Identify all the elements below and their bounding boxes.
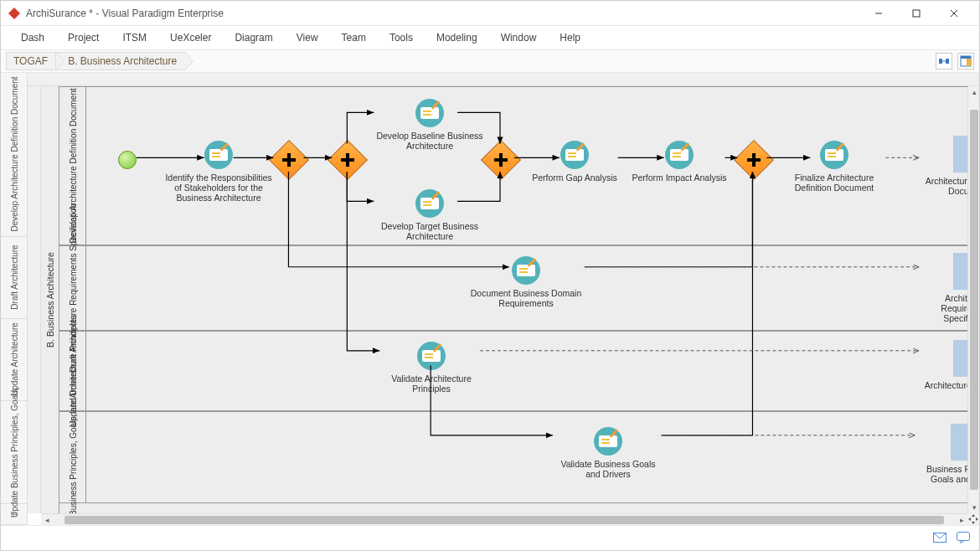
task-validate-goals[interactable]: Validate Business Goals and Drivers — [554, 427, 663, 479]
svg-rect-2 — [913, 10, 920, 17]
lane-develop[interactable]: Develop Architecture Definition Document… — [59, 86, 967, 245]
vscroll-thumb[interactable] — [970, 110, 978, 490]
menu-tools[interactable]: Tools — [378, 28, 425, 47]
task-finalize-doc[interactable]: Finalize Architecture Definition Documen… — [780, 141, 889, 193]
task-gap-analysis[interactable]: Perform Gap Analysis — [529, 141, 621, 183]
scroll-down-button[interactable]: ▾ — [968, 502, 979, 513]
horizontal-scrollbar[interactable]: ◂ ▸ — [41, 513, 967, 525]
window-title: ArchiSurance * - Visual Paradigm Enterpr… — [26, 8, 224, 19]
statusbar — [1, 525, 979, 548]
scroll-left-button[interactable]: ◂ — [41, 514, 53, 526]
menu-view[interactable]: View — [285, 28, 330, 47]
titlebar: ArchiSurance * - Visual Paradigm Enterpr… — [1, 1, 979, 26]
lane-update-business[interactable]: Update Business Principles, Goals, and D… — [59, 411, 967, 503]
task-develop-baseline[interactable]: Develop Baseline Business Architecture — [375, 99, 484, 151]
canvas-wrap: B. Business Architecture Develop Archite… — [28, 73, 979, 525]
artifact-arch-principles[interactable]: Architecture Principles — [922, 340, 967, 390]
start-event[interactable] — [118, 151, 137, 169]
vtab-more[interactable]: f — [1, 504, 27, 525]
lane-draft[interactable]: Draft Architecture Requirements Specific… — [59, 245, 967, 331]
ruler-vertical — [28, 86, 41, 513]
app-icon — [8, 7, 21, 20]
crumb-business-architecture[interactable]: B. Business Architecture — [55, 52, 186, 70]
svg-rect-6 — [946, 59, 949, 64]
vtab-draft[interactable]: Draft Architecture — [1, 237, 27, 319]
menu-team[interactable]: Team — [330, 28, 378, 47]
svg-rect-9 — [961, 56, 971, 59]
ruler-horizontal — [28, 73, 979, 86]
svg-rect-5 — [939, 59, 942, 64]
vertical-scrollbar[interactable]: ▴ ▾ — [967, 86, 979, 513]
menu-diagram[interactable]: Diagram — [223, 28, 284, 47]
svg-rect-23 — [957, 532, 970, 540]
menu-dash[interactable]: Dash — [9, 28, 56, 47]
task-validate-principles[interactable]: Validate Architecture Principles — [381, 342, 482, 394]
workarea: Develop Architecture Definition Document… — [1, 73, 979, 525]
task-identify-stakeholders[interactable]: Identify the Responsibilities of Stakeho… — [164, 141, 273, 203]
vtab-develop[interactable]: Develop Architecture Definition Document — [1, 73, 27, 237]
diagram-canvas[interactable]: B. Business Architecture Develop Archite… — [41, 86, 967, 513]
svg-marker-0 — [8, 8, 20, 19]
vtab-update-business[interactable]: Update Business Principles, Goals, — [1, 401, 27, 504]
mail-icon[interactable] — [932, 530, 947, 545]
task-develop-target[interactable]: Develop Target Business Architecture — [375, 189, 484, 241]
menubar: Dash Project ITSM UeXceler Diagram View … — [1, 26, 979, 49]
menu-help[interactable]: Help — [548, 28, 592, 47]
task-impact-analysis[interactable]: Perform Impact Analysis — [629, 141, 730, 183]
gateway-split-2[interactable] — [333, 146, 362, 174]
task-document-requirements[interactable]: Document Business Domain Requirements — [467, 256, 585, 308]
pool-header[interactable]: B. Business Architecture — [41, 86, 59, 513]
gateway-join-2[interactable] — [740, 146, 768, 174]
menu-modeling[interactable]: Modeling — [425, 28, 489, 47]
scroll-right-button[interactable]: ▸ — [956, 514, 967, 526]
artifact-business-principles[interactable]: Business Principles, Goals and Drivers — [916, 424, 967, 484]
crumb-togaf[interactable]: TOGAF — [6, 52, 57, 70]
layout-tool-icon[interactable] — [936, 53, 952, 70]
artifact-arch-definition-doc[interactable]: Architecture Definition Document — [922, 136, 967, 196]
hscroll-thumb[interactable] — [64, 516, 944, 524]
menu-itsm[interactable]: ITSM — [111, 28, 158, 47]
pool-title: B. Business Architecture — [45, 252, 55, 348]
lane-update-principles[interactable]: Update Architecture Principles Validate … — [59, 331, 967, 411]
lane-update-business-header: Update Business Principles, Goals, and D… — [59, 412, 86, 502]
pan-handle-icon[interactable] — [967, 513, 979, 525]
panel-tool-icon[interactable] — [957, 53, 974, 70]
artifact-arch-req-spec[interactable]: Architecture Requirements Specification — [922, 253, 967, 323]
chat-icon[interactable] — [956, 530, 971, 545]
breadcrumb: TOGAF B. Business Architecture — [1, 49, 979, 73]
menu-project[interactable]: Project — [56, 28, 111, 47]
gateway-join-1[interactable] — [487, 146, 515, 174]
maximize-button[interactable] — [897, 1, 935, 26]
vertical-tabs: Develop Architecture Definition Document… — [1, 73, 28, 525]
menu-uexceler[interactable]: UeXceler — [158, 28, 223, 47]
svg-rect-10 — [967, 59, 971, 66]
scroll-up-button[interactable]: ▴ — [968, 86, 979, 98]
minimize-button[interactable] — [859, 1, 897, 26]
close-button[interactable] — [935, 1, 972, 26]
menu-window[interactable]: Window — [489, 28, 549, 47]
gateway-split-1[interactable] — [275, 146, 303, 174]
